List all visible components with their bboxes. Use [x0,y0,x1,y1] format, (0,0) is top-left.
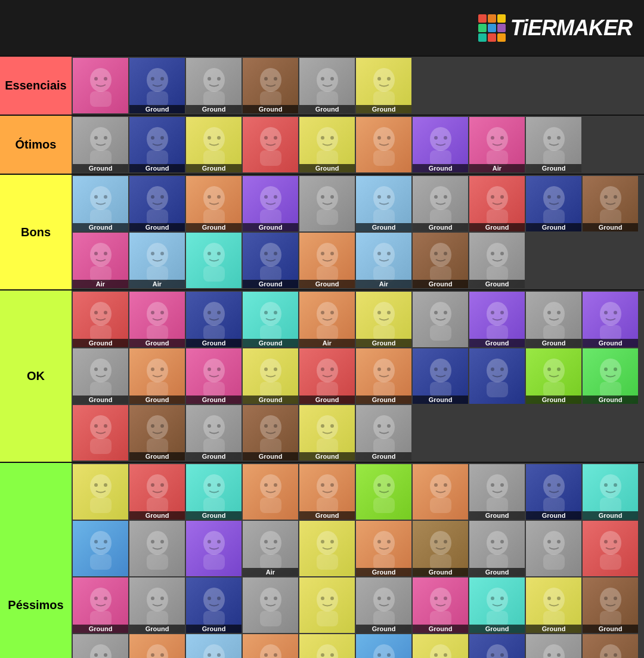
char-card[interactable] [413,464,468,520]
char-card[interactable]: Ground [186,464,242,520]
char-card[interactable]: Air [299,292,355,347]
char-card[interactable]: Ground [129,176,185,231]
char-card[interactable]: Ground [129,348,185,404]
char-card[interactable] [356,464,411,520]
char-card[interactable] [469,634,525,658]
char-card[interactable] [583,521,638,576]
char-card[interactable]: Ground [186,292,242,347]
char-card[interactable]: Ground [186,176,242,231]
char-card[interactable]: Ground [583,577,638,633]
char-card[interactable]: Ground [73,577,128,633]
char-card[interactable]: Ground [526,348,581,404]
char-card[interactable]: Air [73,233,128,288]
char-card[interactable]: Ground [356,292,411,347]
char-card[interactable]: Ground [299,405,355,461]
char-card[interactable] [243,634,298,658]
char-card[interactable]: Ground [129,117,185,172]
char-card[interactable]: Ground [526,117,581,172]
char-card[interactable]: Ground [186,405,242,461]
char-card[interactable]: Ground [73,348,128,404]
char-card[interactable] [299,634,355,658]
char-card[interactable] [299,521,355,576]
char-card[interactable] [526,521,581,576]
char-card[interactable]: Ground [356,58,411,113]
char-card[interactable]: Air [356,233,411,288]
char-card[interactable] [413,292,468,347]
char-card[interactable] [129,521,185,576]
char-card[interactable] [413,634,468,658]
char-card[interactable]: Ground [356,348,411,404]
char-card[interactable] [469,348,525,404]
char-card[interactable]: Ground [73,117,128,172]
char-card[interactable]: Air [243,521,298,576]
char-card[interactable] [243,117,298,172]
char-card[interactable]: Ground [299,58,355,113]
char-card[interactable]: Ground [129,405,185,461]
char-card[interactable] [186,521,242,576]
char-card[interactable]: Ground [526,464,581,520]
char-card[interactable] [73,521,128,576]
char-card[interactable]: Ground [186,58,242,113]
char-card[interactable]: Ground [583,464,638,520]
char-card[interactable] [73,464,128,520]
char-card[interactable] [186,233,242,288]
char-card[interactable]: Ground [186,348,242,404]
char-card[interactable]: Ground [129,464,185,520]
char-card[interactable]: Ground [243,405,298,461]
char-card[interactable]: Ground [243,348,298,404]
char-card[interactable]: Ground [299,464,355,520]
char-card[interactable]: Ground [243,176,298,231]
char-card[interactable]: Ground [129,634,185,658]
char-card[interactable]: Ground [356,405,411,461]
char-card[interactable]: Ground [243,292,298,347]
char-card[interactable]: Ground [73,292,128,347]
char-card[interactable]: Ground [469,233,525,288]
char-card[interactable]: Ground [469,176,525,231]
char-card[interactable]: Ground [73,176,128,231]
svg-point-294 [321,540,324,543]
char-card[interactable]: Ground [356,577,411,633]
char-card[interactable]: Ground [356,634,411,658]
char-card[interactable] [299,577,355,633]
char-card[interactable]: Ground [129,292,185,347]
char-card[interactable] [243,577,298,633]
char-card[interactable]: Ground [129,58,185,113]
char-card[interactable] [356,117,411,172]
char-card[interactable]: Air [469,117,525,172]
char-card[interactable]: Ground [583,176,638,231]
char-card[interactable]: Ground [356,521,411,576]
char-card[interactable]: Ground [186,117,242,172]
char-card[interactable]: Ground [413,348,468,404]
char-card[interactable]: Ground [243,58,298,113]
char-card[interactable]: Ground [299,117,355,172]
char-card[interactable]: Ground [469,577,525,633]
char-card[interactable] [299,176,355,231]
char-card[interactable]: Air [129,233,185,288]
char-card[interactable]: Ground [469,521,525,576]
char-card[interactable] [73,405,128,461]
char-card[interactable]: Air [186,634,242,658]
char-card[interactable]: Ground [583,292,638,347]
char-card[interactable]: Ground [129,577,185,633]
char-card[interactable]: Ground [469,464,525,520]
char-card[interactable]: Ground [526,634,581,658]
char-card[interactable]: Ground [73,634,128,658]
char-card[interactable]: Ground [186,577,242,633]
char-card[interactable]: Ground [413,577,468,633]
char-card[interactable]: Ground [356,176,411,231]
char-card[interactable]: Ground [299,348,355,404]
char-card[interactable]: Ground [413,117,468,172]
char-card[interactable]: Ground [526,577,581,633]
char-card[interactable]: Ground [413,233,468,288]
char-card[interactable]: Ground [413,176,468,231]
char-card[interactable]: Ground [243,233,298,288]
char-card[interactable]: Ground [583,348,638,404]
char-card[interactable]: Ground [526,176,581,231]
char-card[interactable]: Ground [469,292,525,347]
char-card[interactable]: Ground [299,233,355,288]
char-card[interactable]: Ground [413,521,468,576]
char-card[interactable] [243,464,298,520]
char-card[interactable]: Ground [526,292,581,347]
char-card[interactable] [73,58,128,113]
char-card[interactable]: Ground [583,634,638,658]
